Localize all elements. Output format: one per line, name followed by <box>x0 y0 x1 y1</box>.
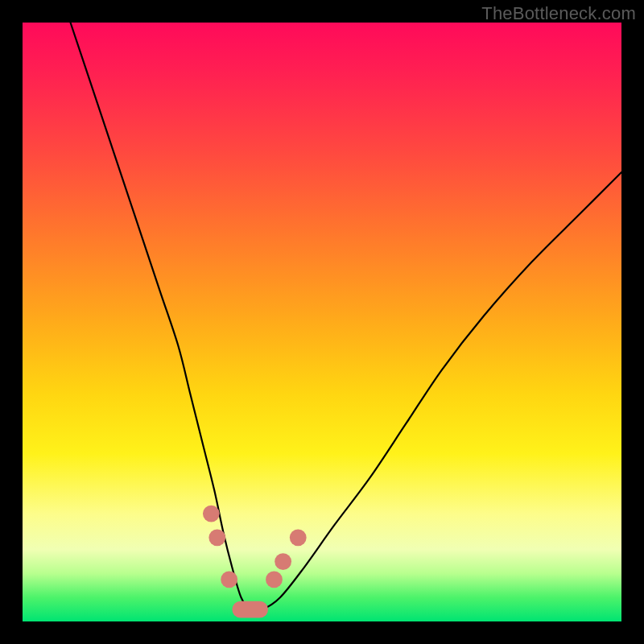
bead-left-0 <box>203 506 220 522</box>
bead-right-0 <box>266 572 283 588</box>
bottleneck-curve <box>71 23 621 611</box>
bead-left-2 <box>221 572 237 588</box>
curve-layer <box>23 23 621 621</box>
chart-frame: TheBottleneck.com <box>0 0 644 644</box>
curve-beads <box>203 506 307 618</box>
bead-right-1 <box>275 553 291 570</box>
bead-right-2 <box>290 529 307 546</box>
plot-area <box>23 23 621 621</box>
watermark-text: TheBottleneck.com <box>481 3 636 24</box>
bead-left-1 <box>208 529 225 546</box>
valley-bar <box>232 601 268 618</box>
